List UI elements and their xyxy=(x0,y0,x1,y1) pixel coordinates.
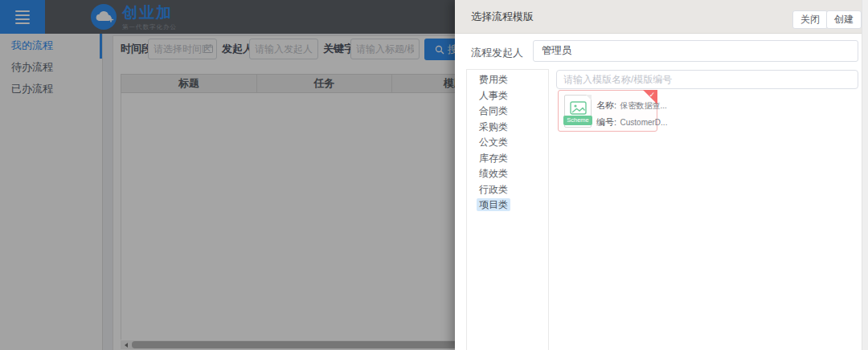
image-glyph-icon xyxy=(570,101,587,115)
template-drawer: 选择流程模版 关闭 创建 流程发起人 费用类 人事类 合同类 采购类 公文类 库… xyxy=(455,0,868,350)
check-icon: ✓ xyxy=(649,91,655,100)
drawer-header: 选择流程模版 关闭 创建 xyxy=(455,0,868,34)
template-search-input[interactable] xyxy=(556,70,858,89)
category-item[interactable]: 合同类 xyxy=(467,104,548,120)
category-item[interactable]: 费用类 xyxy=(467,72,548,88)
category-item[interactable]: 库存类 xyxy=(467,151,548,167)
category-item[interactable]: 采购类 xyxy=(467,120,548,136)
flow-initiator-label: 流程发起人 xyxy=(471,46,523,60)
category-item[interactable]: 行政类 xyxy=(467,182,548,198)
create-button[interactable]: 创建 xyxy=(826,10,862,29)
drawer-title: 选择流程模版 xyxy=(471,0,534,34)
flow-initiator-input[interactable] xyxy=(533,40,858,62)
category-item[interactable]: 人事类 xyxy=(467,88,548,104)
drawer-vertical-scrollbar[interactable] xyxy=(862,0,868,350)
template-name-label: 名称: xyxy=(596,100,616,110)
template-code-label: 编号: xyxy=(596,117,616,127)
template-card-selected[interactable]: Scheme 名称: 保密数据查... 编号: CustomerD... ✓ xyxy=(558,90,657,132)
category-panel: 费用类 人事类 合同类 采购类 公文类 库存类 绩效类 行政类 项目类 xyxy=(466,69,549,350)
category-item[interactable]: 绩效类 xyxy=(467,166,548,182)
folded-corner-icon xyxy=(586,95,592,100)
app-root: 创业加 第一代数字化办公 我的流程 待办流程 已办流程 时间段 发起人 关键字 … xyxy=(0,0,868,350)
close-button[interactable]: 关闭 xyxy=(792,10,828,29)
category-item-selected[interactable]: 项目类 xyxy=(467,197,548,214)
modal-overlay[interactable] xyxy=(0,0,456,350)
template-code-value: CustomerD... xyxy=(620,118,668,127)
scheme-badge: Scheme xyxy=(563,116,592,125)
scheme-file-icon: Scheme xyxy=(564,95,592,128)
category-item[interactable]: 公文类 xyxy=(467,135,548,151)
